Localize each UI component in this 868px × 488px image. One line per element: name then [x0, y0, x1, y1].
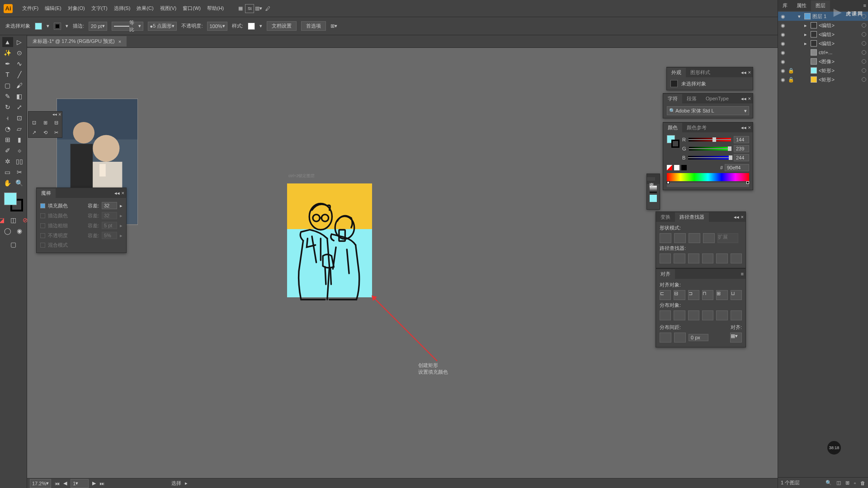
- width-tool[interactable]: ⫞: [2, 113, 13, 123]
- mini-collapse-icon[interactable]: ◂◂: [52, 112, 57, 117]
- panel-collapse-icon[interactable]: ◂◂: [741, 70, 746, 75]
- magic-wand-tab[interactable]: 魔棒: [37, 188, 56, 198]
- color-stroke-swatch[interactable]: [671, 140, 679, 148]
- stroke-swatch[interactable]: [54, 23, 61, 30]
- arrange-icon[interactable]: ▥▾: [254, 4, 263, 13]
- brush-definition[interactable]: ● 5 点圆形 ▾: [148, 22, 177, 31]
- layer-row[interactable]: ◉🔒<矩形>: [778, 75, 868, 84]
- document-setup-button[interactable]: 文档设置: [267, 21, 297, 31]
- mb-btn-3[interactable]: ⊟: [51, 117, 62, 127]
- mb-btn-1[interactable]: ⊡: [28, 117, 40, 127]
- mb-btn-6[interactable]: ✂: [51, 127, 62, 137]
- layer-row[interactable]: ◉▸<编组>: [778, 30, 868, 39]
- gradient-tool[interactable]: ▮: [14, 135, 25, 145]
- menu-object[interactable]: 对象(O): [65, 3, 88, 14]
- menu-window[interactable]: 窗口(W): [179, 3, 204, 14]
- layer-row[interactable]: ◉▸<编组>: [778, 39, 868, 48]
- draw-mode-icon[interactable]: ◯: [2, 226, 13, 236]
- draw-behind-icon[interactable]: ◉: [14, 226, 25, 236]
- nav-last-icon[interactable]: ⏭: [99, 481, 104, 486]
- layer-name[interactable]: <编组>: [819, 40, 835, 47]
- gradient-thumb[interactable]: [650, 186, 657, 193]
- hand-tool[interactable]: ✋: [2, 178, 13, 188]
- panel-close-icon[interactable]: ×: [748, 70, 751, 75]
- pen-tool[interactable]: ✒: [2, 59, 13, 69]
- new-layer-icon[interactable]: ▫: [854, 480, 856, 486]
- eyedropper-tool[interactable]: ✐: [2, 145, 13, 155]
- align-right-button[interactable]: ⊐: [688, 290, 699, 300]
- opentype-tab[interactable]: OpenType: [701, 94, 733, 103]
- tolerance-input[interactable]: [102, 202, 117, 209]
- perspective-tool[interactable]: ▱: [14, 124, 25, 134]
- layer-row[interactable]: ◉▸<编组>: [778, 21, 868, 30]
- target-icon[interactable]: [862, 59, 866, 64]
- rectangle-tool[interactable]: ▢: [2, 80, 13, 90]
- dist-spacing-h-button[interactable]: [674, 333, 686, 343]
- layer-name[interactable]: <编组>: [819, 22, 835, 29]
- character-tab[interactable]: 字符: [663, 94, 682, 103]
- tab-properties[interactable]: 属性: [792, 0, 811, 11]
- layer-row[interactable]: ◉🔒<矩形>: [778, 66, 868, 75]
- layer-row[interactable]: ◉ctrl+...: [778, 48, 868, 57]
- rotate-tool[interactable]: ↻: [2, 102, 13, 112]
- selection-tool[interactable]: ▲: [2, 37, 13, 47]
- shape-builder-tool[interactable]: ◔: [2, 124, 13, 134]
- stroke-color-checkbox[interactable]: [40, 213, 45, 218]
- layer-name[interactable]: ctrl+...: [819, 50, 832, 55]
- panel-menu-icon[interactable]: ≡: [741, 271, 744, 277]
- lock-icon[interactable]: 🔒: [788, 68, 794, 74]
- align-top-button[interactable]: ⊓: [702, 290, 713, 300]
- target-icon[interactable]: [862, 50, 866, 55]
- minus-back-button[interactable]: [731, 253, 742, 263]
- hex-input[interactable]: [725, 164, 749, 171]
- curvature-tool[interactable]: ∿: [14, 59, 25, 69]
- panel-collapse-icon[interactable]: ◂◂: [734, 214, 739, 220]
- crop-button[interactable]: [702, 253, 713, 263]
- panel-collapse-icon[interactable]: ◂◂: [741, 125, 746, 131]
- graphic-style-swatch[interactable]: [248, 23, 255, 30]
- visibility-icon[interactable]: ◉: [780, 50, 786, 56]
- tab-layers[interactable]: 图层: [811, 0, 830, 11]
- align-bottom-button[interactable]: ⊔: [731, 290, 742, 300]
- visibility-icon[interactable]: ◉: [780, 23, 786, 28]
- panel-collapse-icon[interactable]: ◂◂: [114, 190, 120, 196]
- blend-tool[interactable]: ⟐: [14, 145, 25, 155]
- visibility-icon[interactable]: ◉: [780, 14, 786, 19]
- fill-color-checkbox[interactable]: [40, 203, 45, 208]
- dist-top-button[interactable]: [660, 310, 671, 320]
- b-slider[interactable]: [688, 156, 731, 160]
- status-flyout-icon[interactable]: ▸: [185, 480, 188, 486]
- color-mode-icon[interactable]: ◪: [0, 215, 7, 225]
- visibility-icon[interactable]: ◉: [780, 32, 786, 38]
- target-icon[interactable]: [862, 41, 866, 46]
- dist-vcenter-button[interactable]: [674, 310, 685, 320]
- panel-close-icon[interactable]: ×: [741, 214, 744, 220]
- white-swatch[interactable]: [674, 165, 679, 170]
- visibility-icon[interactable]: ◉: [780, 68, 786, 74]
- layer-name[interactable]: <矩形>: [819, 67, 835, 74]
- fill-stroke-indicator[interactable]: [4, 192, 23, 211]
- align-hcenter-button[interactable]: ⊟: [674, 290, 685, 300]
- r-slider[interactable]: [689, 138, 731, 141]
- graph-tool[interactable]: ▯▯: [14, 156, 25, 166]
- graphic-styles-tab[interactable]: 图形样式: [686, 68, 715, 77]
- minus-front-button[interactable]: [674, 233, 686, 243]
- slice-tool[interactable]: ✂: [14, 167, 25, 177]
- g-value-input[interactable]: [734, 145, 749, 152]
- visibility-icon[interactable]: ◉: [780, 59, 786, 65]
- close-tab-icon[interactable]: ×: [118, 39, 121, 44]
- nav-next-icon[interactable]: ▶: [92, 480, 96, 486]
- nav-first-icon[interactable]: ⏮: [55, 481, 60, 486]
- align-flyout-icon[interactable]: ⊞▾: [330, 23, 337, 29]
- delete-layer-icon[interactable]: 🗑: [860, 480, 865, 486]
- shaper-tool[interactable]: ✎: [2, 91, 13, 101]
- expand-icon[interactable]: ▸: [804, 32, 809, 38]
- lock-icon[interactable]: 🔒: [788, 77, 794, 83]
- eraser-tool[interactable]: ◧: [14, 91, 25, 101]
- panel-close-icon[interactable]: ×: [748, 125, 751, 131]
- unite-button[interactable]: [660, 233, 671, 243]
- paragraph-tab[interactable]: 段落: [682, 94, 701, 103]
- pathfinder-tab[interactable]: 路径查找器: [675, 212, 709, 222]
- color-tab[interactable]: 颜色: [663, 123, 682, 132]
- layer-name[interactable]: <编组>: [819, 31, 835, 38]
